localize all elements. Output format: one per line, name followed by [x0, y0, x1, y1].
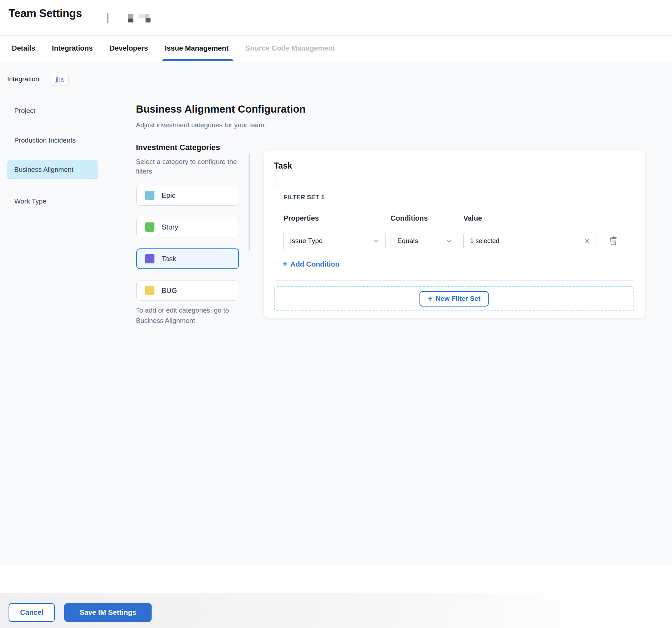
tab-bar: Details Integrations Developers Issue Ma…: [0, 35, 672, 61]
task-color-swatch: [145, 254, 154, 263]
value-select[interactable]: 1 selected ×: [463, 232, 596, 250]
category-card-bug[interactable]: BUG: [136, 280, 239, 301]
add-condition-button[interactable]: + Add Condition: [282, 260, 340, 268]
category-list-scrollbar[interactable]: [249, 154, 250, 251]
new-filter-set-dropzone: + New Filter Set: [274, 286, 634, 311]
x-icon[interactable]: ×: [583, 236, 591, 246]
tab-developers[interactable]: Developers: [110, 36, 148, 61]
new-filter-set-button[interactable]: + New Filter Set: [419, 291, 489, 307]
category-label: Task: [162, 255, 176, 263]
tab-source-code-management[interactable]: Source Code Management: [245, 36, 335, 61]
plus-icon: +: [428, 295, 432, 303]
condition-select[interactable]: Equals: [391, 232, 458, 250]
category-label: Epic: [162, 191, 175, 200]
page-title: Team Settings: [9, 7, 82, 20]
sidebar-item-production-incidents[interactable]: Production Incidents: [7, 130, 98, 150]
category-label: BUG: [162, 287, 177, 295]
tab-integrations[interactable]: Integrations: [52, 36, 93, 61]
investment-categories-heading: Investment Categories: [136, 143, 220, 152]
filter-set-title: FILTER SET 1: [284, 194, 325, 201]
category-card-task[interactable]: Task: [136, 248, 239, 269]
category-label: Story: [162, 223, 178, 231]
save-im-settings-button[interactable]: Save IM Settings: [64, 603, 152, 622]
section-subtitle: Adjust investment categories for your te…: [136, 121, 266, 129]
category-card-story[interactable]: Story: [136, 217, 239, 237]
header-divider: [7, 92, 647, 92]
property-select-value: Issue Type: [290, 237, 323, 245]
tab-issue-management[interactable]: Issue Management: [165, 36, 229, 61]
team-settings-page: Team Settings Details Integrations Devel…: [0, 0, 672, 628]
redacted-team-name: [127, 13, 152, 23]
integration-label: Integration:: [7, 75, 41, 83]
chevron-down-icon: [446, 238, 452, 244]
cancel-button[interactable]: Cancel: [9, 603, 55, 622]
new-filter-set-label: New Filter Set: [436, 295, 480, 303]
sidebar-item-work-type[interactable]: Work Type: [7, 191, 98, 211]
categories-divider: [255, 140, 255, 557]
value-select-text: 1 selected: [470, 237, 499, 245]
categories-footnote: To add or edit categories, go to Busines…: [136, 305, 241, 326]
chevron-down-icon: [373, 238, 380, 244]
integration-value-chip[interactable]: jira: [51, 74, 69, 86]
plus-icon: +: [282, 260, 287, 268]
panel-title: Task: [274, 161, 292, 171]
condition-select-value: Equals: [397, 237, 418, 245]
epic-color-swatch: [145, 191, 154, 200]
bug-color-swatch: [145, 286, 154, 295]
category-card-epic[interactable]: Epic: [136, 185, 239, 206]
sidebar-divider: [127, 92, 127, 557]
sidebar-item-business-alignment[interactable]: Business Alignment: [7, 160, 98, 179]
tab-details[interactable]: Details: [12, 36, 35, 61]
section-title: Business Alignment Configuration: [136, 103, 306, 115]
story-color-swatch: [145, 222, 154, 232]
title-separator: [107, 13, 108, 23]
trash-icon: [609, 235, 618, 246]
sidebar-item-project[interactable]: Project: [7, 101, 98, 120]
delete-condition-button[interactable]: [607, 233, 620, 248]
add-condition-label: Add Condition: [290, 260, 340, 268]
property-select[interactable]: Issue Type: [283, 232, 386, 250]
column-header-value: Value: [463, 214, 482, 222]
investment-categories-description: Select a category to configure the filte…: [136, 157, 241, 176]
column-header-properties: Properties: [284, 214, 319, 222]
column-header-conditions: Conditions: [391, 214, 428, 222]
